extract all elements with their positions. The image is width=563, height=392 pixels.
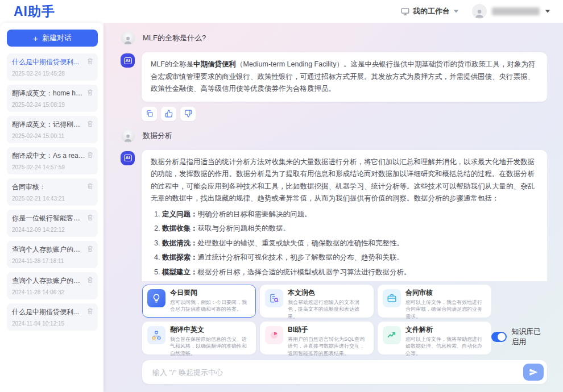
- ai-avatar: AI: [121, 53, 135, 68]
- ai-text-bold: 中期借贷便利: [193, 60, 236, 68]
- feature-title: 文件解析: [405, 326, 486, 335]
- message-input-bar: [142, 360, 547, 384]
- step-desc: 获取与分析问题相关的数据。: [198, 224, 291, 232]
- feature-card-file-parse[interactable]: 文件解析 您可以上传文件，我将帮助您进行如数据处理、信息检索、自动化办公等。: [378, 322, 491, 355]
- trash-icon[interactable]: [86, 151, 94, 159]
- feature-card-bi-assistant[interactable]: BI助手 将用户的自然语言转化为SQL查询语句，并直接与数据库进行交互，返回智能…: [260, 322, 374, 355]
- new-chat-button[interactable]: + 新建对话: [7, 30, 98, 47]
- feature-title: BI助手: [288, 326, 369, 335]
- conversation-time: 2025-02-21 14:43:21: [12, 195, 85, 202]
- toggle-knob: [498, 333, 506, 341]
- app-window: AI助手 我的工作台 + 新建对话 什么: [0, 0, 563, 392]
- pie-chart-icon: [269, 330, 279, 340]
- conversation-title: 查询个人存款账户的最新...: [12, 276, 85, 286]
- thumbs-down-icon: [184, 110, 192, 118]
- ai-message-card: MLF的全称是中期借贷便利（Medium-term Lending Facili…: [142, 52, 547, 102]
- trash-icon[interactable]: [86, 245, 94, 252]
- conversation-item[interactable]: 查询个人存款账户的最新... 2024-11-28 17:18:11: [7, 241, 98, 268]
- conversation-time: 2024-11-04 10:12:15: [12, 320, 85, 327]
- doc-polish-icon: [269, 293, 279, 303]
- trash-icon[interactable]: [86, 120, 94, 127]
- thumbs-up-icon: [165, 110, 173, 118]
- feature-section: 今日要闻 您可以问我，例如：今日要闻，我会尽力提供准确和可靠的答案。 本文润色 …: [142, 285, 547, 355]
- message-actions: [142, 107, 547, 121]
- chevron-down-icon: [453, 9, 459, 14]
- translate-icon: [151, 330, 162, 340]
- person-icon: [123, 35, 133, 45]
- sidebar: + 新建对话 什么是中期借贷便利... 2025-02-24 15:45:28 …: [0, 23, 104, 392]
- feature-card-contract-review[interactable]: 合同审核 您可以上传文件，我会有效地进行合同审核，确保合同满足您的业务需求。: [378, 285, 491, 318]
- conversation-time: 2025-02-24 15:45:28: [12, 70, 85, 77]
- conversation-list: 什么是中期借贷便利... 2025-02-24 15:45:28 翻译成英文：h…: [7, 53, 98, 331]
- trend-chart-icon: [387, 330, 397, 340]
- user-avatar: [121, 128, 135, 143]
- analysis-steps: 定义问题：明确分析的目标和需要解决的问题。 数据收集：获取与分析问题相关的数据。…: [151, 208, 538, 282]
- conversation-item[interactable]: 翻译成英文：home home 2025-02-24 15:08:19: [7, 85, 98, 112]
- trash-icon[interactable]: [86, 307, 94, 315]
- message-list: MLF的全称是什么? AI MLF的全称是中期借贷便利（Medium-term …: [121, 23, 547, 281]
- conversation-title: 翻译成中文：As a reader...: [12, 151, 85, 161]
- feature-desc: 将用户的自然语言转化为SQL查询语句，并直接与数据库进行交互，返回智能推荐的图表…: [288, 336, 369, 357]
- plus-icon: +: [33, 34, 38, 43]
- new-chat-label: 新建对话: [42, 33, 72, 43]
- monitor-icon: [401, 7, 409, 16]
- workspace-label: 我的工作台: [413, 6, 450, 16]
- user-message: MLF的全称是什么?: [121, 31, 547, 45]
- conversation-item[interactable]: 合同审核： 2025-02-21 14:43:21: [7, 178, 98, 206]
- step-desc: 明确分析的目标和需要解决的问题。: [198, 210, 312, 218]
- toggle-switch[interactable]: [491, 332, 507, 342]
- feature-card-translate[interactable]: 翻译中英文 我会旨在保留原始信息的含义、语气和风格，以确保翻译的准确性和自然流畅…: [142, 322, 256, 355]
- analysis-step: 数据探索：通过统计分析和可视化技术，初步了解数据的分布、趋势和关联。: [162, 252, 538, 264]
- ai-message: AI MLF的全称是中期借贷便利（Medium-term Lending Fac…: [121, 52, 547, 102]
- user-avatar[interactable]: [472, 4, 487, 19]
- conversation-time: 2024-12-09 14:22:12: [12, 227, 85, 233]
- conversation-item[interactable]: 什么是中期借贷便利... 2025-02-24 15:45:28: [7, 53, 98, 81]
- trash-icon[interactable]: [86, 214, 94, 221]
- lightbulb-icon: [151, 293, 162, 303]
- user-message: 数据分析: [121, 128, 547, 143]
- conversation-title: 翻译成英文：home home: [12, 89, 85, 98]
- feature-desc: 我会旨在保留原始信息的含义、语气和风格，以确保翻译的准确性和自然流畅。: [170, 336, 251, 357]
- trash-icon[interactable]: [86, 89, 94, 96]
- feature-title: 合同审核: [405, 289, 486, 298]
- chevron-down-icon[interactable]: [545, 9, 550, 14]
- user-message-text: 数据分析: [143, 131, 172, 141]
- feature-title: 今日要闻: [170, 289, 251, 298]
- step-desc: 根据分析目标，选择合适的统计模型或机器学习算法进行数据分析。: [198, 268, 411, 276]
- person-icon: [474, 7, 485, 19]
- chat-area: MLF的全称是什么? AI MLF的全称是中期借贷便利（Medium-term …: [104, 23, 563, 392]
- conversation-time: 2025-02-24 15:00:11: [12, 133, 85, 139]
- trash-icon[interactable]: [86, 57, 94, 65]
- conversation-item[interactable]: 查询个人存款账户的最新... 2024-11-28 14:06:32: [7, 272, 98, 299]
- step-term: 数据探索：: [162, 253, 198, 261]
- feature-title: 翻译中英文: [170, 326, 251, 335]
- message-input[interactable]: [151, 368, 523, 377]
- trash-icon[interactable]: [86, 182, 94, 190]
- conversation-item[interactable]: 什么是中期借贷便利... 2024-11-04 10:12:15: [7, 303, 98, 331]
- feature-desc: 您可以问我，例如：今日要闻，我会尽力提供准确和可靠的答案。: [170, 299, 251, 313]
- conversation-title: 查询个人存款账户的最新...: [12, 245, 85, 255]
- copy-button[interactable]: [142, 107, 157, 121]
- feature-card-daily-news[interactable]: 今日要闻 您可以问我，例如：今日要闻，我会尽力提供准确和可靠的答案。: [142, 285, 256, 318]
- workspace-menu[interactable]: 我的工作台: [401, 6, 459, 16]
- analysis-step: 结果解释：将模型的结果转化为易于理解的结论或建议。: [162, 281, 538, 281]
- feature-desc: 您可以上传文件，我会有效地进行合同审核，确保合同满足您的业务需求。: [405, 299, 486, 320]
- step-term: 定义问题：: [162, 210, 198, 218]
- ai-avatar: AI: [121, 151, 135, 165]
- like-button[interactable]: [161, 107, 176, 121]
- ai-message-card: 数据分析是指用适当的统计分析方法对收集来的大量数据进行分析，将它们加以汇总和理解…: [142, 150, 547, 282]
- feature-desc: 您可以上传文件，我将帮助您进行如数据处理、信息检索、自动化办公等。: [405, 336, 486, 357]
- conversation-item[interactable]: 翻译成中文：As a reader... 2025-02-24 14:57:59: [7, 147, 98, 174]
- dislike-button[interactable]: [180, 107, 196, 121]
- user-avatar: [121, 31, 135, 45]
- feature-card-text-polish[interactable]: 本文润色 我会帮助您进行您输入的文本润色，提高文本的流畅度和表达效果。: [260, 285, 374, 318]
- conversation-item[interactable]: 你是一位银行智能客服，... 2024-12-09 14:22:12: [7, 210, 98, 237]
- send-button[interactable]: [523, 364, 544, 381]
- conversation-title: 什么是中期借贷便利...: [12, 57, 85, 67]
- user-message-text: MLF的全称是什么?: [143, 33, 206, 43]
- trash-icon[interactable]: [86, 276, 94, 283]
- feature-desc: 我会帮助您进行您输入的文本润色，提高文本的流畅度和表达效果。: [288, 299, 369, 320]
- username-redacted[interactable]: [492, 7, 540, 15]
- conversation-time: 2025-02-24 14:57:59: [12, 164, 85, 170]
- conversation-item[interactable]: 翻译成英文：记得刚开始... 2025-02-24 15:00:11: [7, 116, 98, 143]
